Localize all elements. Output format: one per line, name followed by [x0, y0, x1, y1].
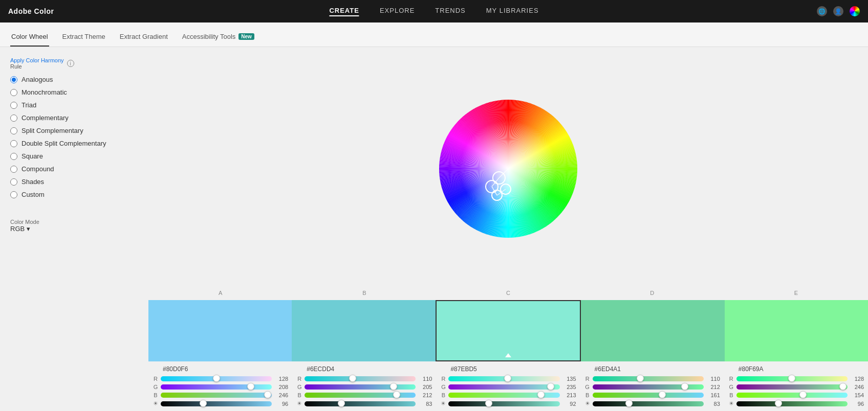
nav-explore[interactable]: EXPLORE — [380, 7, 415, 16]
harmony-rule-compound[interactable]: Compound — [10, 165, 138, 173]
slider-thumb[interactable] — [637, 375, 644, 382]
slider-row-B-☀: ☀83 — [296, 400, 432, 407]
slider-track-wrapper[interactable] — [448, 384, 559, 390]
color-mode-select[interactable]: RGB ▾ — [10, 225, 138, 233]
slider-track-wrapper[interactable] — [448, 376, 559, 382]
harmony-rule-custom[interactable]: Custom — [10, 191, 138, 198]
slider-track-wrapper[interactable] — [305, 384, 416, 390]
slider-track-wrapper[interactable] — [305, 401, 416, 407]
color-strip-E[interactable] — [725, 300, 868, 361]
harmony-rule-complementary[interactable]: Complementary — [10, 114, 138, 122]
slider-thumb[interactable] — [788, 375, 795, 382]
user-icon[interactable]: 👤 — [833, 6, 843, 16]
tab-extract-theme[interactable]: Extract Theme — [61, 29, 106, 47]
radio-input[interactable] — [10, 127, 17, 134]
harmony-rules: AnalogousMonochromaticTriadComplementary… — [10, 76, 138, 198]
slider-thumb[interactable] — [247, 383, 254, 390]
radio-input[interactable] — [10, 140, 17, 147]
slider-track-bg — [593, 376, 704, 381]
slider-thumb[interactable] — [625, 400, 633, 407]
new-badge: New — [238, 33, 254, 40]
slider-thumb[interactable] — [264, 391, 271, 398]
slider-track-wrapper[interactable] — [161, 392, 272, 398]
color-labels-row: ABCDE — [0, 290, 868, 300]
info-icon[interactable]: i — [67, 60, 74, 67]
nav-trends[interactable]: TRENDS — [435, 7, 465, 16]
slider-label-G: G — [728, 384, 734, 390]
slider-label-☀: ☀ — [153, 400, 159, 407]
radio-input[interactable] — [10, 178, 17, 186]
nav-create[interactable]: CREATE — [329, 7, 359, 16]
slider-thumb[interactable] — [504, 375, 511, 382]
color-label-D: D — [580, 290, 724, 298]
slider-thumb[interactable] — [349, 375, 356, 382]
harmony-rule-double-split-complementary[interactable]: Double Split Complementary — [10, 140, 138, 147]
bottom-row: ABCDE #80D0F6R128G208B246☀96#6ECDD4R110G… — [0, 290, 868, 411]
harmony-rule-analogous[interactable]: Analogous — [10, 76, 138, 83]
slider-value-G: 208 — [274, 384, 288, 390]
slider-track-wrapper[interactable] — [593, 384, 704, 390]
slider-thumb[interactable] — [659, 391, 666, 398]
harmony-rule-monochromatic[interactable]: Monochromatic — [10, 88, 138, 96]
slider-row-A-☀: ☀96 — [153, 400, 288, 407]
slider-thumb[interactable] — [537, 391, 545, 398]
slider-track-wrapper[interactable] — [736, 401, 848, 407]
slider-thumb[interactable] — [799, 391, 807, 398]
slider-thumb[interactable] — [390, 383, 397, 390]
radio-input[interactable] — [10, 153, 17, 160]
color-wheel[interactable] — [437, 97, 580, 240]
slider-thumb[interactable] — [547, 383, 554, 390]
color-picker-icon[interactable] — [850, 6, 860, 16]
slider-track-wrapper[interactable] — [161, 401, 272, 407]
radio-input[interactable] — [10, 166, 17, 173]
slider-track-wrapper[interactable] — [736, 384, 848, 390]
radio-input[interactable] — [10, 191, 17, 198]
color-strip-B[interactable] — [292, 300, 435, 361]
globe-icon[interactable]: 🌐 — [817, 6, 827, 16]
tab-accessibility[interactable]: Accessibility Tools New — [181, 29, 255, 47]
harmony-rule-split-complementary[interactable]: Split Complementary — [10, 127, 138, 134]
slider-thumb[interactable] — [839, 383, 847, 390]
harmony-rule-triad[interactable]: Triad — [10, 101, 138, 109]
radio-input[interactable] — [10, 102, 17, 109]
tab-color-wheel[interactable]: Color Wheel — [10, 29, 49, 47]
slider-row-D-R: R110 — [584, 376, 720, 382]
slider-row-C-R: R135 — [440, 376, 576, 382]
slider-value-R: 135 — [562, 376, 576, 382]
slider-track-wrapper[interactable] — [736, 376, 848, 382]
radio-input[interactable] — [10, 115, 17, 122]
slider-thumb[interactable] — [393, 391, 400, 398]
harmony-rule-shades[interactable]: Shades — [10, 178, 138, 186]
radio-input[interactable] — [10, 89, 17, 96]
slider-thumb[interactable] — [485, 400, 492, 407]
slider-track-wrapper[interactable] — [305, 392, 416, 398]
slider-track-bg — [161, 401, 272, 406]
slider-value-☀: 83 — [706, 401, 720, 407]
slider-track-wrapper[interactable] — [448, 401, 559, 407]
slider-row-A-B: B246 — [153, 392, 288, 398]
slider-thumb[interactable] — [775, 400, 782, 407]
harmony-rule-square[interactable]: Square — [10, 152, 138, 160]
slider-track-wrapper[interactable] — [305, 376, 416, 382]
color-strip-A[interactable] — [148, 300, 292, 361]
color-strip-C[interactable] — [436, 300, 581, 361]
radio-input[interactable] — [10, 76, 17, 83]
slider-track-wrapper[interactable] — [161, 384, 272, 390]
nav-libraries[interactable]: MY LIBRARIES — [486, 7, 539, 16]
slider-track-wrapper[interactable] — [593, 376, 704, 382]
slider-thumb[interactable] — [200, 400, 207, 407]
slider-track-wrapper[interactable] — [448, 392, 559, 398]
slider-track-wrapper[interactable] — [593, 392, 704, 398]
slider-track-wrapper[interactable] — [736, 392, 848, 398]
slider-track-wrapper[interactable] — [593, 401, 704, 407]
hex-value-B: #6ECDD4 — [296, 366, 432, 373]
slider-row-B-B: B212 — [296, 392, 432, 398]
slider-thumb[interactable] — [681, 383, 688, 390]
color-strip-D[interactable] — [581, 300, 724, 361]
slider-thumb[interactable] — [213, 375, 220, 382]
slider-track-wrapper[interactable] — [161, 376, 272, 382]
color-controls-B: #6ECDD4R110G205B212☀83 — [292, 366, 436, 409]
slider-thumb[interactable] — [338, 400, 345, 407]
slider-label-☀: ☀ — [728, 400, 734, 407]
tab-extract-gradient[interactable]: Extract Gradient — [119, 29, 169, 47]
